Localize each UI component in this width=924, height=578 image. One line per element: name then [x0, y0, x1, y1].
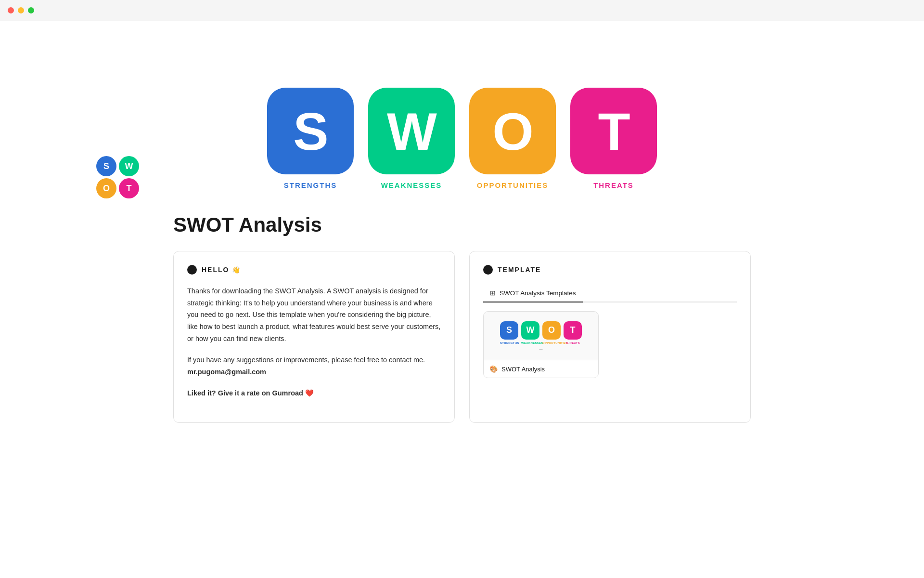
hello-card: HELLO 👋 Thanks for downloading the SWOT … [173, 251, 455, 423]
mini-icon-o: O [542, 321, 561, 340]
hero-box-s: S [267, 88, 354, 174]
mini-label-w: WEAKNESSES [521, 342, 539, 344]
template-preview-image: S W O T STRENGTHS WEAKNESSES OPPORTUNITI… [484, 312, 598, 360]
mini-label-t: THREATS [564, 342, 582, 344]
template-card-header: TEMPLATE [483, 265, 737, 275]
small-logo-o: O [96, 178, 116, 198]
two-col-section: HELLO 👋 Thanks for downloading the SWOT … [173, 251, 751, 423]
mini-icon-s: S [500, 321, 518, 340]
title-bar [0, 0, 924, 21]
template-tabs: ⊞ SWOT Analysis Templates [483, 285, 737, 302]
hello-paragraph-1: Thanks for downloading the SWOT Analysis… [187, 285, 441, 344]
hero-box-o: O [469, 88, 556, 174]
minimize-button[interactable] [18, 7, 24, 13]
mini-swot-wrapper: S W O T STRENGTHS WEAKNESSES OPPORTUNITI… [500, 321, 582, 351]
small-logo-s: S [96, 156, 116, 176]
hello-card-title: HELLO 👋 [202, 266, 241, 274]
template-dot-icon [483, 265, 493, 275]
hello-card-header: HELLO 👋 [187, 265, 441, 275]
small-swot-logo: S W O T [96, 156, 140, 198]
swot-analysis-templates-tab[interactable]: ⊞ SWOT Analysis Templates [483, 285, 583, 302]
preview-emoji-icon: 🎨 [489, 365, 498, 373]
hello-email: mr.pugoma@gmail.com [187, 368, 266, 376]
template-card-title: TEMPLATE [498, 266, 541, 274]
template-card: TEMPLATE ⊞ SWOT Analysis Templates S W O [469, 251, 751, 423]
hero-label-s: STRENGTHS [284, 181, 337, 189]
hero-item-w: W WEAKNESSES [368, 88, 455, 189]
mini-preview-subtitle: — [539, 347, 543, 351]
mini-label-o: OPPORTUNITIES [542, 342, 561, 344]
hello-paragraph-3: Liked it? Give it a rate on Gumroad ❤️ [187, 387, 441, 399]
mini-swot-labels: STRENGTHS WEAKNESSES OPPORTUNITIES THREA… [500, 342, 582, 344]
preview-footer-label: SWOT Analysis [501, 366, 545, 373]
hero-item-t: T THREATS [570, 88, 657, 189]
hero-icons-row: S STRENGTHS W WEAKNESSES O OPPORTUNITIES… [173, 88, 751, 189]
hello-paragraph-2: If you have any suggestions or improveme… [187, 354, 441, 378]
hero-label-o: OPPORTUNITIES [477, 181, 549, 189]
mini-icon-w: W [521, 321, 539, 340]
small-logo-w: W [119, 156, 139, 176]
hero-box-t: T [570, 88, 657, 174]
tab-label: SWOT Analysis Templates [500, 289, 576, 297]
template-preview-card[interactable]: S W O T STRENGTHS WEAKNESSES OPPORTUNITI… [483, 311, 599, 378]
hero-item-o: O OPPORTUNITIES [469, 88, 556, 189]
small-logo-t: T [119, 178, 139, 198]
maximize-button[interactable] [28, 7, 34, 13]
hero-label-t: THREATS [593, 181, 634, 189]
hello-gumroad-text: Liked it? Give it a rate on Gumroad ❤️ [187, 389, 314, 397]
mini-label-s: STRENGTHS [500, 342, 518, 344]
mini-icon-t: T [564, 321, 582, 340]
mini-swot-icons: S W O T [500, 321, 582, 340]
hello-dot-icon [187, 265, 197, 275]
grid-icon: ⊞ [490, 289, 496, 297]
hero-item-s: S STRENGTHS [267, 88, 354, 189]
hero-label-w: WEAKNESSES [381, 181, 442, 189]
page-title: SWOT Analysis [173, 213, 751, 236]
close-button[interactable] [8, 7, 14, 13]
template-preview-footer: 🎨 SWOT Analysis [484, 360, 598, 378]
hero-box-w: W [368, 88, 455, 174]
